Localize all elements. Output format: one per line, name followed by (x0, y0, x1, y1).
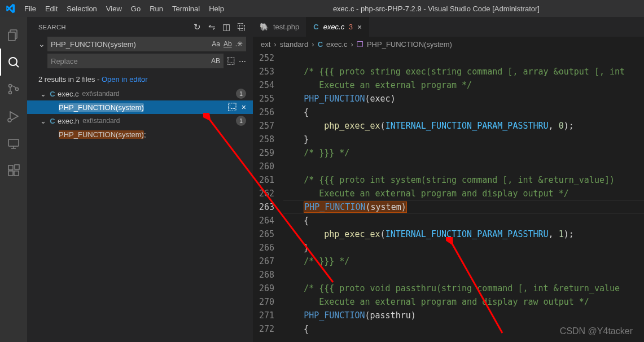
menu-bar: FileEditSelectionViewGoRunTerminalHelp (20, 5, 229, 13)
window-title: exec.c - php-src-PHP-7.2.9 - Visual Stud… (229, 5, 644, 13)
activity-bar (0, 17, 27, 342)
code-editor[interactable]: 2522532542552562572582592602612622632642… (253, 51, 644, 342)
svg-rect-11 (8, 165, 13, 170)
tab-test.php[interactable]: 🐘test.php (253, 17, 306, 37)
problem-count: 3 (349, 23, 353, 31)
sidebar-title: SEARCH (38, 24, 194, 30)
search-icon[interactable] (0, 49, 27, 76)
menu-go[interactable]: Go (126, 5, 145, 13)
symbol-icon: ❒ (357, 40, 363, 49)
menu-run[interactable]: Run (145, 5, 168, 13)
menu-view[interactable]: View (102, 5, 126, 13)
remote-icon[interactable] (0, 130, 27, 157)
editor-tabs: 🐘test.phpCexec.c3× (253, 17, 644, 37)
editor-group: 🐘test.phpCexec.c3× ext› standard› C exec… (253, 17, 644, 342)
replace-input[interactable] (51, 57, 211, 65)
svg-rect-14 (15, 165, 19, 169)
close-tab-icon[interactable]: × (357, 23, 362, 32)
extensions-icon[interactable] (0, 157, 27, 184)
menu-terminal[interactable]: Terminal (168, 5, 204, 13)
preserve-case-icon[interactable]: AB (211, 57, 220, 65)
source-control-icon[interactable] (0, 76, 27, 103)
dismiss-match-icon[interactable]: × (242, 103, 246, 112)
match-count-badge: 1 (236, 116, 246, 126)
match-count-badge: 1 (236, 89, 246, 99)
explorer-icon[interactable] (0, 21, 27, 49)
replace-all-icon[interactable]: ⿺ (227, 57, 234, 65)
replace-match-icon[interactable]: ⿺ (228, 103, 236, 112)
svg-point-2 (9, 58, 17, 65)
svg-point-5 (9, 91, 12, 94)
result-match[interactable]: PHP_FUNCTION(system)⿺× (27, 100, 253, 114)
search-sidebar: SEARCH ↻ ⇋ ◫ ⿻ ⌄ Aa Ab .✳ AB (27, 17, 253, 342)
php-file-icon: 🐘 (260, 23, 269, 31)
svg-rect-1 (8, 32, 15, 41)
result-file[interactable]: ⌄Cexec.cext\standard1 (27, 87, 253, 100)
run-debug-icon[interactable] (0, 103, 27, 130)
breadcrumbs[interactable]: ext› standard› C exec.c› ❒ PHP_FUNCTION(… (253, 37, 644, 51)
menu-selection[interactable]: Selection (62, 5, 101, 13)
open-in-editor-link[interactable]: Open in editor (102, 75, 148, 84)
tab-exec.c[interactable]: Cexec.c3× (306, 17, 369, 37)
result-match[interactable]: PHP_FUNCTION(system); (27, 128, 253, 141)
chevron-down-icon: ⌄ (38, 90, 47, 98)
line-numbers: 2522532542552562572582592602612622632642… (253, 51, 283, 342)
title-bar: FileEditSelectionViewGoRunTerminalHelp e… (0, 0, 644, 17)
svg-rect-13 (14, 171, 19, 176)
watermark: CSDN @Y4tacker (560, 326, 633, 336)
svg-point-7 (8, 119, 11, 122)
chevron-down-icon: ⌄ (38, 117, 47, 125)
menu-help[interactable]: Help (204, 5, 229, 13)
replace-input-container: AB (47, 54, 224, 68)
menu-edit[interactable]: Edit (41, 5, 62, 13)
c-file-icon: C (313, 23, 318, 31)
refresh-icon[interactable]: ↻ (194, 22, 201, 32)
result-file[interactable]: ⌄Cexec.hext\standard1 (27, 114, 253, 128)
results-tree: ⌄Cexec.cext\standard1PHP_FUNCTION(system… (27, 87, 253, 141)
match-case-icon[interactable]: Aa (212, 40, 220, 48)
results-summary: 2 results in 2 files - Open in editor (27, 72, 253, 87)
search-input-container: Aa Ab .✳ (47, 37, 246, 51)
clear-icon[interactable]: ⇋ (208, 22, 216, 32)
toggle-details-icon[interactable]: ⋯ (239, 57, 246, 65)
collapse-icon[interactable]: ⿻ (238, 22, 247, 32)
regex-icon[interactable]: .✳ (235, 40, 243, 48)
c-file-icon: C (318, 40, 323, 49)
svg-point-6 (16, 88, 19, 91)
new-editor-icon[interactable]: ◫ (222, 22, 231, 32)
match-word-icon[interactable]: Ab (224, 40, 232, 48)
svg-point-4 (9, 85, 12, 87)
search-input[interactable] (51, 40, 212, 49)
sidebar-header: SEARCH ↻ ⇋ ◫ ⿻ (27, 17, 253, 37)
c-file-icon: C (47, 117, 58, 125)
svg-line-3 (16, 64, 19, 67)
vscode-logo-icon (0, 3, 20, 14)
svg-rect-12 (8, 171, 13, 176)
c-file-icon: C (47, 90, 58, 98)
toggle-replace-icon[interactable]: ⌄ (37, 40, 46, 49)
code-lines[interactable]: /* {{{ proto string exec(string command … (283, 51, 644, 342)
menu-file[interactable]: File (20, 5, 41, 13)
svg-rect-8 (8, 139, 19, 146)
